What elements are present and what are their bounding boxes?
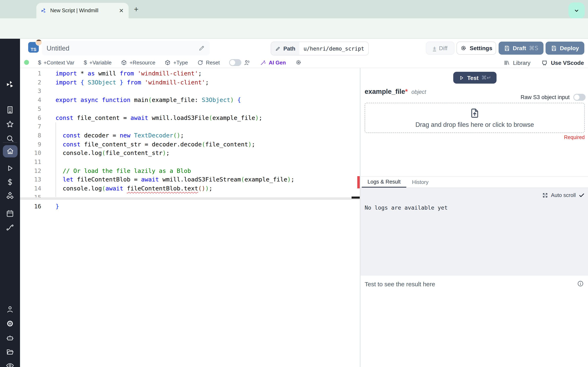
add-variable-button[interactable]: $ +Variable: [84, 59, 112, 66]
windmill-favicon: [40, 7, 47, 14]
code-line[interactable]: // Or load the file lazily as a Blob: [56, 167, 191, 175]
add-context-var-button[interactable]: $ +Context Var: [38, 59, 74, 66]
sidebar-item-workspace[interactable]: [6, 106, 14, 114]
test-shortcut: ⌘↵: [481, 75, 491, 81]
code-line[interactable]: console.log(file_content_str);: [56, 149, 170, 158]
library-label: Library: [513, 59, 531, 66]
sidebar-item-favorites[interactable]: [6, 120, 14, 128]
code-editor[interactable]: 1import * as wmill from 'windmill-client…: [20, 68, 360, 367]
line-number: 9: [20, 140, 41, 149]
deploy-label: Deploy: [560, 45, 579, 51]
code-line[interactable]: console.log(await fileContentBlob.text()…: [56, 184, 212, 193]
tab-logs-result[interactable]: Logs & Result: [362, 176, 406, 188]
browser-tab-strip: New Script | Windmill ✕ +: [0, 0, 588, 18]
toolbar-right-group: Library Use VScode: [504, 57, 584, 68]
edit-pencil-icon[interactable]: [199, 45, 205, 51]
code-line[interactable]: const file_content_str = decoder.decode(…: [56, 140, 255, 149]
user-presence-emoji: [35, 39, 42, 46]
tab-strip-chevron-button[interactable]: [568, 2, 585, 19]
editor-settings-button[interactable]: [295, 59, 302, 66]
settings-button[interactable]: Settings: [457, 42, 496, 55]
home-icon: [6, 147, 14, 155]
reset-label: Reset: [206, 59, 220, 66]
new-tab-button[interactable]: +: [134, 5, 138, 14]
add-resource-label: +Resource: [130, 59, 155, 66]
test-button[interactable]: Test ⌘↵: [453, 72, 497, 83]
line-number: 11: [20, 158, 41, 167]
code-line[interactable]: import * as wmill from 'windmill-client'…: [56, 69, 202, 78]
settings-label: Settings: [470, 45, 492, 51]
line-number: 12: [20, 167, 41, 175]
play-icon: [458, 75, 464, 81]
multiplayer-person-icon: [244, 59, 251, 66]
add-variable-label: +Variable: [89, 59, 112, 66]
file-dropzone[interactable]: Drag and drop files here or click to bro…: [365, 103, 585, 133]
sidebar-item-audit[interactable]: [6, 361, 14, 367]
draft-button[interactable]: Draft ⌘S: [499, 42, 544, 55]
editor-scrollbar-track[interactable]: [20, 197, 360, 200]
code-line[interactable]: const decoder = new TextDecoder();: [56, 131, 184, 140]
sidebar-item-resources[interactable]: [6, 192, 14, 200]
octocat-icon: [541, 59, 548, 66]
browser-tab[interactable]: New Script | Windmill ✕: [36, 3, 129, 18]
add-type-button[interactable]: +Type: [165, 59, 188, 66]
library-button[interactable]: Library: [504, 59, 531, 66]
script-title-input[interactable]: Untitled: [42, 41, 210, 55]
screenshot-root: New Script | Windmill ✕ + app.windmill.d…: [0, 0, 588, 367]
tab-close-icon[interactable]: ✕: [118, 7, 125, 14]
app-sidebar: ?: [0, 39, 20, 367]
checkmark-icon: [579, 192, 585, 198]
logs-area: Auto scroll No logs are available yet: [361, 188, 588, 276]
sidebar-item-folders[interactable]: [6, 347, 14, 356]
windmill-logo[interactable]: [6, 80, 14, 89]
tab-history[interactable]: History: [406, 176, 434, 188]
use-vscode-button[interactable]: Use VScode: [541, 59, 584, 66]
magic-wand-icon: [260, 59, 266, 66]
diff-button[interactable]: ± Diff: [426, 42, 454, 55]
sidebar-item-variables[interactable]: [6, 178, 14, 186]
info-icon[interactable]: [577, 280, 584, 287]
no-logs-message: No logs are available yet: [365, 204, 448, 211]
sidebar-item-home[interactable]: [3, 145, 17, 157]
ai-gen-button[interactable]: AI Gen: [260, 59, 286, 66]
editor-toolbar: $ +Context Var $ +Variable +Resource +Ty…: [20, 57, 588, 68]
sidebar-item-search[interactable]: [6, 134, 14, 143]
deploy-floppy-icon: [551, 45, 557, 51]
line-number: 16: [20, 202, 41, 211]
path-pencil-icon: [275, 46, 281, 51]
code-line[interactable]: let fileContentBlob = await wmill.loadS3…: [56, 175, 294, 184]
sidebar-item-runs[interactable]: [6, 164, 14, 173]
code-line[interactable]: }: [56, 202, 59, 211]
sidebar-item-schedules[interactable]: [6, 209, 14, 218]
diff-label: Diff: [439, 45, 448, 51]
line-number: 2: [20, 78, 41, 87]
code-line[interactable]: const file_content = await wmill.loadS3F…: [56, 114, 262, 122]
use-vscode-label: Use VScode: [551, 59, 584, 66]
sidebar-item-settings[interactable]: [6, 319, 14, 328]
ai-gen-label: AI Gen: [269, 59, 286, 66]
browser-navbar: app.windmill.dev/scripts/add#JTdCJTIyaGF…: [0, 18, 588, 39]
deploy-button[interactable]: Deploy: [545, 42, 584, 55]
multiplayer-switch[interactable]: [229, 59, 241, 66]
line-number: 5: [20, 105, 41, 114]
script-path-badge[interactable]: Path u/henri/demo_script: [271, 42, 369, 55]
sidebar-item-workers[interactable]: [6, 334, 14, 342]
add-resource-button[interactable]: +Resource: [121, 59, 155, 66]
sidebar-divider: [3, 142, 17, 143]
raw-s3-toggle[interactable]: [573, 94, 586, 101]
multiplayer-toggle[interactable]: [229, 59, 251, 66]
package-icon: [121, 59, 127, 66]
result-placeholder: Test to see the result here: [365, 281, 435, 287]
line-number: 10: [20, 149, 41, 158]
code-line[interactable]: import { S3Object } from 'windmill-clien…: [56, 78, 209, 87]
sidebar-item-flows[interactable]: [6, 223, 14, 232]
diff-icon: ±: [433, 45, 436, 51]
editor-scrollbar-thumb[interactable]: [352, 197, 360, 199]
line-number: 7: [20, 122, 41, 131]
gear-icon: [295, 59, 302, 66]
autoscroll-control[interactable]: Auto scroll: [543, 192, 585, 198]
dollar-icon: $: [38, 59, 41, 66]
sidebar-item-user[interactable]: [6, 305, 14, 314]
reset-button[interactable]: Reset: [197, 59, 220, 66]
add-context-var-label: +Context Var: [44, 59, 75, 66]
